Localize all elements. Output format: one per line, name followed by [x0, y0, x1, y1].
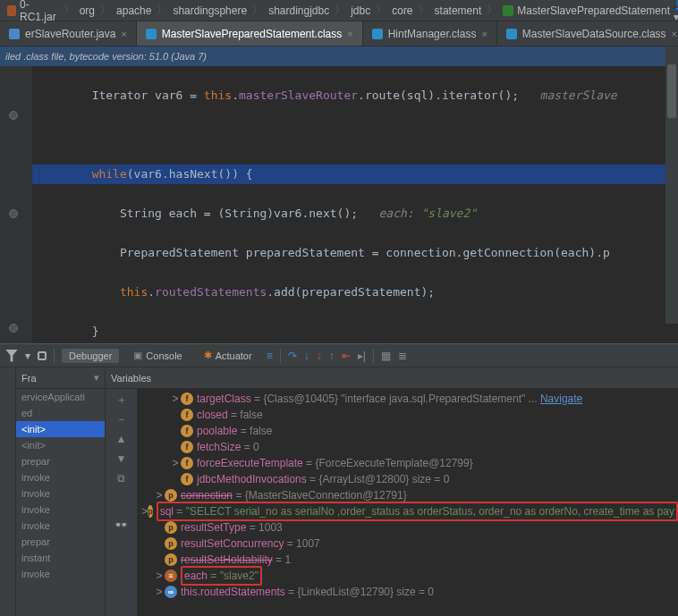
step-out-icon[interactable]: ↑ — [329, 350, 335, 362]
gutter[interactable] — [0, 66, 32, 343]
class-file-icon — [372, 29, 383, 39]
frames-header: Fra ▾ — [16, 367, 105, 389]
breadcrumb-item[interactable]: jdbc — [347, 4, 374, 17]
tab-actuator[interactable]: ✱Actuator — [197, 348, 259, 363]
var-kind-icon: p — [148, 505, 153, 518]
close-icon[interactable]: × — [481, 29, 487, 39]
stack-frame[interactable]: ed — [16, 405, 105, 421]
breadcrumb-item[interactable]: apache — [113, 4, 155, 17]
more-icon[interactable]: ≣ — [398, 350, 407, 362]
breadcrumb-item[interactable]: org — [76, 4, 98, 17]
stack-frame[interactable]: prepar — [16, 534, 105, 550]
breakpoint-marker[interactable] — [9, 111, 18, 120]
variables-controls: ＋ － ▲ ▼ ⧉ 👓 — [106, 389, 138, 616]
filter-icon[interactable] — [5, 350, 18, 362]
tab[interactable]: erSlaveRouter.java× — [0, 21, 137, 46]
frames-panel: Fra ▾ erviceApplicatied<init><init>prepa… — [16, 367, 106, 616]
close-icon[interactable]: × — [121, 29, 126, 39]
stack-frame[interactable]: erviceApplicati — [16, 389, 105, 405]
var-kind-icon: f — [181, 473, 193, 485]
variable-row[interactable]: >ftargetClass = {Class@10405} "interface… — [138, 391, 678, 407]
stack-frame[interactable]: <init> — [16, 437, 105, 453]
var-kind-icon: p — [165, 537, 177, 550]
breadcrumb-item[interactable]: statement — [431, 4, 486, 17]
drop-frame-icon[interactable]: ⇤ — [342, 350, 351, 362]
expand-icon[interactable]: > — [141, 503, 148, 519]
variable-row[interactable]: fpoolable = false — [138, 423, 678, 439]
stack-frame[interactable]: prepar — [16, 453, 105, 469]
breadcrumb-bar: 0-RC1.jar〉 org〉 apache〉 shardingsphere〉 … — [0, 0, 678, 21]
new-watch-icon[interactable]: ＋ — [114, 392, 129, 407]
step-over-icon[interactable]: ↷ — [288, 350, 297, 362]
code-content: Iterator var6 = this.masterSlaveRouter.r… — [36, 66, 678, 343]
variable-row[interactable]: presultSetType = 1003 — [138, 519, 678, 536]
variable-row[interactable]: ffetchSize = 0 — [138, 439, 678, 455]
move-up-icon[interactable]: ▲ — [114, 432, 129, 446]
force-step-into-icon[interactable]: ↓ — [317, 350, 322, 362]
variables-header: Variables — [106, 367, 678, 389]
user-menu[interactable]: 👤▾ — [674, 0, 678, 23]
breakpoint-marker[interactable] — [9, 209, 18, 218]
breakpoint-marker[interactable] — [9, 324, 18, 333]
funnel-icon[interactable]: ▾ — [25, 350, 30, 362]
breadcrumb-item[interactable]: shardingsphere — [169, 4, 250, 17]
copy-icon[interactable]: ⧉ — [114, 471, 129, 485]
class-file-icon — [146, 29, 157, 39]
close-icon[interactable]: × — [672, 29, 677, 39]
debug-left-gutter — [0, 367, 16, 616]
stack-frame[interactable]: invoke — [16, 566, 105, 582]
variable-row[interactable]: >psql = "SELECT serial_no as serialNo ,o… — [138, 503, 678, 519]
close-icon[interactable]: × — [347, 29, 352, 39]
remove-watch-icon[interactable]: － — [114, 412, 129, 426]
variable-row[interactable]: fjdbcMethodInvocations = {ArrayList@1280… — [138, 471, 678, 487]
code-editor[interactable]: Iterator var6 = this.masterSlaveRouter.r… — [0, 66, 678, 343]
threads-icon[interactable]: ≡ — [267, 350, 273, 362]
editor-scrollbar[interactable] — [665, 46, 678, 324]
variable-row[interactable]: fclosed = false — [138, 407, 678, 423]
step-into-icon[interactable]: ↓ — [304, 350, 309, 362]
tab[interactable]: HintManager.class× — [363, 21, 497, 46]
run-to-cursor-icon[interactable]: ▸| — [358, 350, 366, 362]
move-down-icon[interactable]: ▼ — [114, 451, 129, 466]
breadcrumb-item[interactable]: core — [388, 4, 416, 17]
stack-frame[interactable]: invoke — [16, 485, 105, 502]
tab[interactable]: MasterSlavePreparedStatement.class× — [137, 21, 363, 46]
variable-row[interactable]: presultSetConcurrency = 1007 — [138, 536, 678, 552]
expand-icon[interactable]: > — [154, 584, 165, 600]
var-kind-icon: p — [165, 489, 177, 502]
stack-frame[interactable]: <init> — [16, 421, 105, 437]
variable-row[interactable]: >≡each = "slave2" — [138, 568, 678, 584]
pin-icon[interactable] — [38, 351, 47, 360]
variables-panel: Variables ＋ － ▲ ▼ ⧉ 👓 >ftargetClass = {C… — [106, 367, 678, 616]
stack-frame[interactable]: invoke — [16, 502, 105, 518]
evaluate-icon[interactable]: ▦ — [381, 350, 391, 362]
stack-frame[interactable]: instant — [16, 550, 105, 566]
expand-icon[interactable]: > — [170, 391, 181, 407]
tab[interactable]: MasterSlaveDataSource.class× — [497, 21, 678, 46]
expand-icon[interactable]: > — [170, 455, 181, 471]
class-file-icon — [506, 29, 517, 39]
breadcrumb-item[interactable]: shardingjdbc — [265, 4, 333, 17]
var-kind-icon: ∞ — [165, 586, 177, 598]
tab-debugger[interactable]: Debugger — [62, 349, 119, 363]
stack-frame[interactable]: invoke — [16, 518, 105, 534]
variable-row[interactable]: >fforceExecuteTemplate = {ForceExecuteTe… — [138, 455, 678, 471]
variable-row[interactable]: >∞this.routedStatements = {LinkedList@12… — [138, 584, 678, 600]
expand-icon[interactable]: > — [154, 568, 165, 584]
var-kind-icon: f — [181, 457, 193, 469]
tab-console[interactable]: ▣Console — [126, 348, 189, 363]
breadcrumb-item[interactable]: 0-RC1.jar — [4, 0, 62, 23]
var-kind-icon: f — [181, 392, 193, 405]
decompiled-info-bar: iled .class file, bytecode version: 51.0… — [0, 46, 678, 66]
chevron-down-icon[interactable]: ▾ — [94, 372, 99, 384]
editor-tabs: erSlaveRouter.java× MasterSlavePreparedS… — [0, 21, 678, 46]
debug-toolbar: ▾ Debugger ▣Console ✱Actuator ≡ ↷ ↓ ↓ ↑ … — [0, 344, 678, 367]
scrollbar-thumb[interactable] — [667, 64, 676, 118]
java-file-icon — [9, 29, 20, 39]
stack-frame[interactable]: invoke — [16, 469, 105, 485]
breadcrumb-item[interactable]: MasterSlavePreparedStatement — [499, 4, 674, 17]
glasses-icon[interactable]: 👓 — [114, 518, 129, 532]
variables-tree[interactable]: >ftargetClass = {Class@10405} "interface… — [138, 389, 678, 616]
navigate-link[interactable]: Navigate — [540, 392, 582, 405]
var-kind-icon: f — [181, 409, 193, 421]
